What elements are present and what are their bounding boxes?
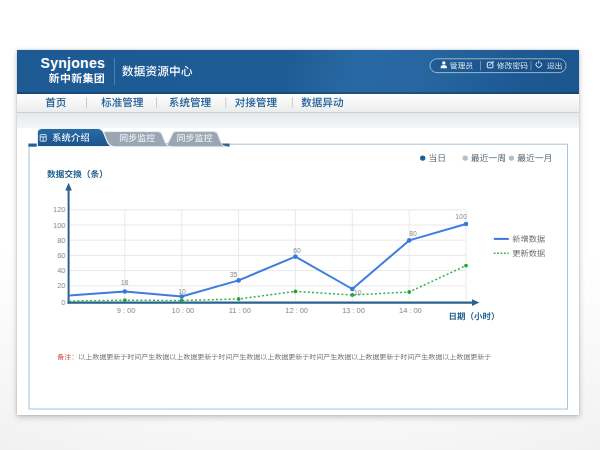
svg-text:35: 35 [230, 271, 238, 278]
svg-text:100: 100 [53, 221, 66, 230]
svg-text:80: 80 [57, 236, 65, 245]
svg-text:9 : 00: 9 : 00 [117, 306, 136, 315]
svg-text:10 : 00: 10 : 00 [172, 306, 195, 315]
svg-text:10: 10 [354, 289, 362, 296]
svg-text:10: 10 [178, 288, 186, 295]
svg-text:11 : 00: 11 : 00 [229, 306, 251, 315]
svg-text:14 : 00: 14 : 00 [399, 306, 422, 315]
svg-text:20: 20 [57, 281, 65, 290]
svg-text:Synjones: Synjones [41, 55, 106, 71]
svg-text:80: 80 [409, 230, 417, 237]
svg-text:100: 100 [455, 213, 467, 220]
svg-text:12 : 00: 12 : 00 [285, 306, 308, 315]
svg-text:40: 40 [57, 266, 65, 275]
svg-text:60: 60 [293, 247, 301, 254]
svg-text:0: 0 [61, 298, 65, 307]
svg-text:60: 60 [57, 251, 65, 260]
svg-text:18: 18 [121, 279, 129, 286]
svg-text:120: 120 [53, 205, 66, 214]
svg-text:13 : 00: 13 : 00 [342, 306, 365, 315]
